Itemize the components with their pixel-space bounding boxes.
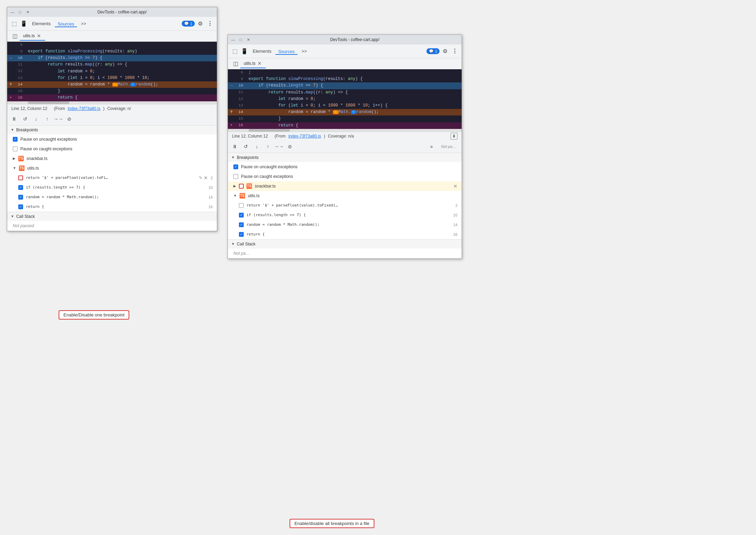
minimize-btn-1[interactable]: —: [10, 10, 15, 14]
settings-icon-1[interactable]: ⚙: [196, 20, 204, 28]
tab-sources-1[interactable]: Sources: [55, 20, 77, 27]
console-drawer-btn[interactable]: ⬇: [451, 133, 457, 140]
maximize-btn-1[interactable]: □: [18, 10, 22, 14]
sidebar-toggle-2[interactable]: ◫: [231, 59, 240, 69]
bp-checkbox-1-2[interactable]: [239, 203, 244, 208]
callstack-title-1: Call Stack: [16, 214, 35, 219]
bp-edit-icon-1[interactable]: ✎: [199, 175, 202, 180]
device-icon[interactable]: 📱: [20, 20, 28, 28]
pause-caught-checkbox-2[interactable]: [233, 174, 238, 179]
status-separator-2: [271, 134, 272, 139]
utils-icon-2: TS: [240, 193, 245, 199]
main-toolbar-1: ⬚ 📱 Elements Sources >> 💬 1 ⚙ ⋮: [7, 17, 217, 31]
pause-caught-checkbox-1[interactable]: [13, 147, 18, 151]
tab-elements-2[interactable]: Elements: [250, 47, 274, 55]
step-into-btn-2[interactable]: ↓: [253, 142, 261, 151]
source-link-1[interactable]: index-73f73a80.js: [68, 106, 100, 111]
continue-btn-2[interactable]: →→: [275, 142, 283, 151]
breakpoints-header-2[interactable]: ▼ Breakpoints: [228, 153, 462, 162]
file-tab-close-1[interactable]: ✕: [36, 33, 42, 39]
pause-uncaught-label-2: Pause on uncaught exceptions: [241, 164, 298, 169]
bp-checkbox-4-1[interactable]: [18, 204, 23, 209]
file-tab-utils-1[interactable]: utils.ts ✕: [20, 32, 45, 41]
linenum-13-2: 13: [235, 103, 247, 109]
callstack-sub-2: Not pa…: [228, 249, 462, 258]
callstack-header-1[interactable]: ▼ Call Stack: [7, 212, 217, 221]
snackbar-close-2[interactable]: ✕: [453, 183, 457, 189]
more-panels-btn-2[interactable]: »: [427, 142, 436, 151]
step-out-btn-1[interactable]: ↑: [43, 115, 51, 123]
utils-group-1: ▼ TS utils.ts: [7, 163, 217, 173]
pause-btn-1[interactable]: ⏸: [10, 115, 18, 123]
source-suffix-2: ): [324, 134, 325, 139]
code-line-15-1: 15 }: [7, 88, 217, 94]
linecontent-15-1: }: [27, 88, 217, 94]
inspect-icon[interactable]: ⬚: [10, 20, 18, 28]
tab-sources-2[interactable]: Sources: [275, 48, 298, 55]
step-out-btn-2[interactable]: ↑: [264, 142, 272, 151]
breakpoints-section-1: ▼ Breakpoints Pause on uncaught exceptio…: [7, 125, 217, 212]
linenum-8-2: 8: [235, 70, 247, 76]
pause-uncaught-checkbox-1[interactable]: [13, 137, 18, 142]
message-badge-1[interactable]: 💬 1: [182, 21, 195, 27]
window-controls-2: — □ ✕: [231, 37, 251, 42]
message-icon-2: 💬: [429, 49, 434, 53]
message-badge-2[interactable]: 💬 1: [426, 48, 440, 54]
code-editor-2: 8 ; 9 export function slowProcessing(res…: [228, 69, 462, 129]
bp-linenum-4-1: 16: [209, 205, 213, 209]
maximize-btn-2[interactable]: □: [238, 37, 243, 42]
more-options-2[interactable]: ⋮: [451, 47, 459, 55]
step-into-btn-1[interactable]: ↓: [32, 115, 40, 123]
deactivate-btn-1[interactable]: ⊘: [65, 115, 73, 123]
bp-linenum-1-1: 2: [211, 176, 213, 180]
breakpoints-header-1[interactable]: ▼ Breakpoints: [7, 125, 217, 134]
scrollbar-h-2[interactable]: [228, 129, 462, 132]
close-btn-1[interactable]: ✕: [25, 10, 30, 14]
close-btn-2[interactable]: ✕: [246, 37, 251, 42]
cursor-position-2: Line 12, Column 12: [232, 134, 268, 139]
step-over-btn-2[interactable]: ↺: [242, 142, 250, 151]
tab-more-1[interactable]: >>: [78, 20, 89, 28]
continue-btn-1[interactable]: →→: [54, 115, 62, 123]
file-tab-close-2[interactable]: ✕: [257, 61, 262, 66]
tab-elements-1[interactable]: Elements: [29, 20, 53, 28]
inspect-icon-2[interactable]: ⬚: [231, 47, 239, 55]
step-over-btn-1[interactable]: ↺: [21, 115, 29, 123]
sidebar-toggle-1[interactable]: ◫: [10, 31, 20, 41]
minimize-btn-2[interactable]: —: [231, 37, 235, 42]
more-options-1[interactable]: ⋮: [206, 20, 214, 28]
bp-checkbox-3-2[interactable]: [239, 222, 244, 227]
code-line-10-1: → 10 if (results.length >= 7) {: [7, 55, 217, 61]
message-count-1: 1: [190, 22, 192, 26]
snackbar-all-checkbox-2[interactable]: [239, 184, 244, 189]
callstack-state-1: Not paused: [13, 223, 34, 228]
bp-checkbox-2-1[interactable]: [18, 185, 23, 190]
file-tab-utils-2[interactable]: utils.ts ✕: [240, 59, 266, 68]
scrollbar-h-1[interactable]: [7, 101, 217, 104]
device-icon-2[interactable]: 📱: [240, 47, 249, 55]
settings-icon-2[interactable]: ⚙: [441, 47, 449, 55]
linecontent-15-2: }: [247, 115, 462, 122]
deactivate-btn-2[interactable]: ⊘: [286, 142, 294, 151]
tab-more-2[interactable]: >>: [299, 47, 310, 55]
bp-checkbox-3-1[interactable]: [18, 195, 23, 200]
bp-checkbox-1-1[interactable]: [18, 175, 23, 180]
coverage-text-2: Coverage: n/a: [328, 134, 354, 139]
file-tab-bar-1: ◫ utils.ts ✕: [7, 31, 217, 42]
linecontent-12-2: let random = 0;: [247, 96, 462, 102]
chevron-down-callstack-2: ▼: [231, 242, 235, 246]
bp-checkbox-2-2[interactable]: [239, 213, 244, 218]
titlebar-2: — □ ✕ DevTools - coffee-cart.app/: [228, 35, 462, 44]
callstack-header-2[interactable]: ▼ Call Stack: [228, 240, 462, 249]
source-link-2[interactable]: index-73f73a80.js: [288, 134, 321, 139]
bp-linenum-4-2: 16: [453, 232, 457, 236]
file-tab-bar-2: ◫ utils.ts ✕: [228, 58, 462, 69]
bp-checkbox-4-2[interactable]: [239, 232, 244, 237]
debug-toolbar-2: ⏸ ↺ ↓ ↑ →→ ⊘ » Not pa…: [228, 141, 462, 153]
bp-close-icon-1[interactable]: ✕: [204, 175, 208, 181]
pause-btn-2[interactable]: ⏸: [231, 142, 239, 151]
pause-uncaught-checkbox-2[interactable]: [233, 164, 238, 169]
callstack-state-2: Not pa…: [233, 251, 250, 256]
pause-uncaught-label-1: Pause on uncaught exceptions: [20, 137, 77, 142]
coverage-text-1: Coverage: n/: [107, 106, 131, 111]
